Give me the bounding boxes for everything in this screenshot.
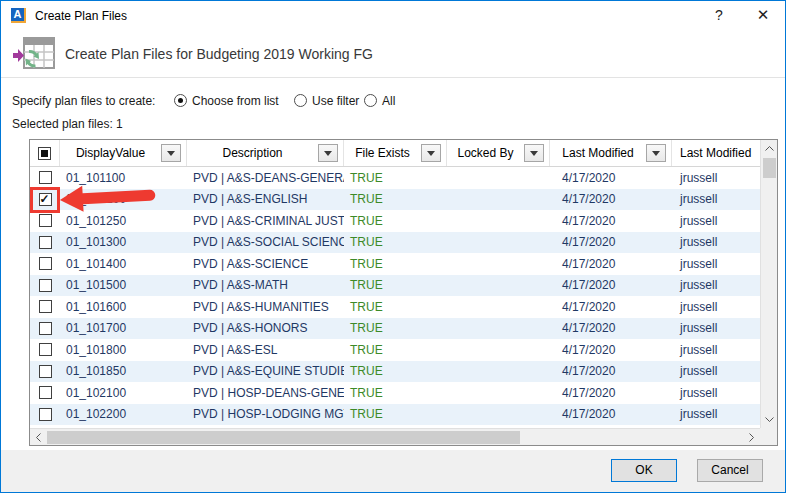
row-checkbox-cell	[30, 318, 60, 340]
cell-display-value: 01_102200	[60, 404, 187, 426]
cell-last-modified: 4/17/2020	[550, 382, 672, 404]
cell-description: PVD | A&S-MATH	[187, 275, 344, 297]
cell-locked-by	[447, 253, 550, 275]
help-button[interactable]: ?	[708, 7, 730, 25]
cell-display-value: 01_101300	[60, 232, 187, 254]
cell-last-modified-by: jrussell	[672, 361, 760, 383]
cell-display-value: 01_102100	[60, 382, 187, 404]
cell-last-modified: 4/17/2020	[550, 253, 672, 275]
horizontal-scrollbar[interactable]	[30, 428, 760, 445]
cell-locked-by	[447, 210, 550, 232]
cell-locked-by	[447, 275, 550, 297]
annotation-arrow-icon	[59, 180, 161, 218]
cell-locked-by	[447, 296, 550, 318]
row-checkbox-cell	[30, 361, 60, 383]
radio-use-filter-label[interactable]: Use filter	[312, 94, 359, 108]
cell-description: PVD | HOSP-LODGING MGT	[187, 404, 344, 426]
scroll-right-icon[interactable]	[743, 429, 760, 446]
row-checkbox[interactable]	[39, 257, 52, 270]
cell-display-value: 01_101800	[60, 339, 187, 361]
cell-display-value: 01_101400	[60, 253, 187, 275]
row-checkbox[interactable]	[39, 386, 52, 399]
cell-locked-by	[447, 339, 550, 361]
cell-last-modified: 4/17/2020	[550, 167, 672, 189]
table-row[interactable]: 01_101850PVD | A&S-EQUINE STUDIESTRUE4/1…	[30, 361, 760, 383]
column-header-description[interactable]: Description	[187, 140, 344, 166]
filter-dropdown-locked-by[interactable]	[524, 144, 544, 162]
row-checkbox[interactable]	[39, 322, 52, 335]
cell-last-modified-by: jrussell	[672, 167, 760, 189]
row-checkbox[interactable]	[39, 408, 52, 421]
radio-choose-from-list-label[interactable]: Choose from list	[192, 94, 279, 108]
radio-use-filter[interactable]	[294, 94, 307, 107]
row-checkbox[interactable]	[39, 343, 52, 356]
cell-last-modified-by: jrussell	[672, 382, 760, 404]
cell-locked-by	[447, 232, 550, 254]
column-header-displayvalue[interactable]: DisplayValue	[60, 140, 187, 166]
cancel-button[interactable]: Cancel	[697, 459, 763, 482]
cell-last-modified: 4/17/2020	[550, 232, 672, 254]
scroll-left-icon[interactable]	[30, 429, 47, 446]
cell-file-exists: TRUE	[344, 296, 447, 318]
table-row[interactable]: 01_101500PVD | A&S-MATHTRUE4/17/2020jrus…	[30, 275, 760, 297]
row-checkbox[interactable]	[39, 236, 52, 249]
row-checkbox[interactable]	[39, 365, 52, 378]
title-bar: A Create Plan Files ? ✕	[1, 1, 785, 31]
table-row[interactable]: 01_101800PVD | A&S-ESLTRUE4/17/2020jruss…	[30, 339, 760, 361]
radio-all[interactable]	[364, 94, 377, 107]
select-all-checkbox[interactable]	[38, 147, 51, 160]
filter-dropdown-last-modified[interactable]	[646, 144, 666, 162]
ok-button[interactable]: OK	[611, 459, 677, 482]
filter-dropdown-file-exists[interactable]	[421, 144, 441, 162]
filter-dropdown-displayvalue[interactable]	[161, 144, 181, 162]
horizontal-scrollbar-thumb[interactable]	[47, 431, 520, 444]
column-header-file-exists[interactable]: File Exists	[344, 140, 447, 166]
cell-last-modified: 4/17/2020	[550, 318, 672, 340]
cell-last-modified: 4/17/2020	[550, 339, 672, 361]
cell-file-exists: TRUE	[344, 361, 447, 383]
cell-description: PVD | A&S-ESL	[187, 339, 344, 361]
close-button[interactable]: ✕	[750, 6, 776, 26]
radio-choose-from-list[interactable]	[174, 94, 187, 107]
cell-description: PVD | A&S-CRIMINAL JUSTICE	[187, 210, 344, 232]
cell-last-modified: 4/17/2020	[550, 189, 672, 211]
cell-last-modified: 4/17/2020	[550, 275, 672, 297]
cell-last-modified-by: jrussell	[672, 253, 760, 275]
column-header-locked-by[interactable]: Locked By	[447, 140, 550, 166]
cell-last-modified: 4/17/2020	[550, 404, 672, 426]
scroll-up-icon[interactable]	[761, 140, 778, 157]
column-header-last-modified-by[interactable]: Last Modified	[672, 140, 760, 166]
window-title: Create Plan Files	[35, 9, 127, 23]
cell-description: PVD | A&S-SCIENCE	[187, 253, 344, 275]
table-row[interactable]: 01_102100PVD | HOSP-DEANS-GENERALTRUE4/1…	[30, 382, 760, 404]
scroll-down-icon[interactable]	[761, 411, 778, 428]
annotation-highlight-box	[30, 187, 60, 213]
vertical-scrollbar-thumb[interactable]	[763, 158, 776, 178]
vertical-scrollbar[interactable]	[760, 140, 777, 428]
row-checkbox[interactable]	[39, 171, 52, 184]
cell-description: PVD | A&S-ENGLISH	[187, 189, 344, 211]
cell-file-exists: TRUE	[344, 189, 447, 211]
dialog-heading: Create Plan Files for Budgeting 2019 Wor…	[65, 46, 373, 62]
radio-all-label[interactable]: All	[382, 94, 395, 108]
cell-description: PVD | A&S-EQUINE STUDIES	[187, 361, 344, 383]
table-row[interactable]: 01_101600PVD | A&S-HUMANITIESTRUE4/17/20…	[30, 296, 760, 318]
table-row[interactable]: 01_101400PVD | A&S-SCIENCETRUE4/17/2020j…	[30, 253, 760, 275]
filter-dropdown-description[interactable]	[318, 144, 338, 162]
cell-description: PVD | A&S-DEANS-GENERAL	[187, 167, 344, 189]
table-row[interactable]: 01_101300PVD | A&S-SOCIAL SCIENCESTRUE4/…	[30, 232, 760, 254]
row-checkbox[interactable]	[39, 214, 52, 227]
cell-description: PVD | A&S-HUMANITIES	[187, 296, 344, 318]
cell-last-modified-by: jrussell	[672, 339, 760, 361]
column-header-last-modified[interactable]: Last Modified	[550, 140, 672, 166]
table-row[interactable]: 01_102200PVD | HOSP-LODGING MGTTRUE4/17/…	[30, 404, 760, 426]
row-checkbox[interactable]	[39, 279, 52, 292]
cell-locked-by	[447, 404, 550, 426]
row-checkbox-cell	[30, 167, 60, 189]
cell-last-modified: 4/17/2020	[550, 210, 672, 232]
row-checkbox-cell	[30, 253, 60, 275]
cell-display-value: 01_101700	[60, 318, 187, 340]
table-row[interactable]: 01_101700PVD | A&S-HONORSTRUE4/17/2020jr…	[30, 318, 760, 340]
heading-row: Create Plan Files for Budgeting 2019 Wor…	[1, 31, 785, 78]
row-checkbox[interactable]	[39, 300, 52, 313]
